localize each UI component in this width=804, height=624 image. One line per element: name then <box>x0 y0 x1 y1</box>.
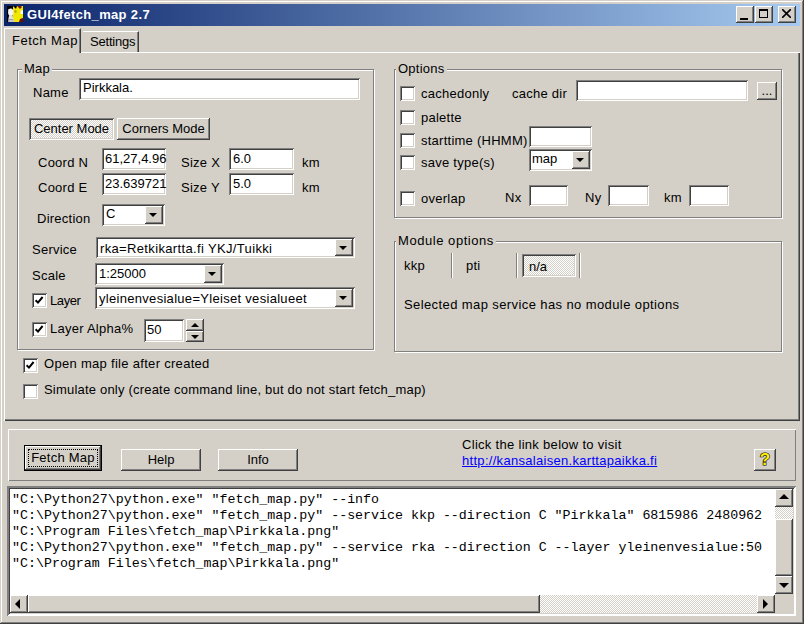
svg-text:?: ? <box>760 451 770 469</box>
